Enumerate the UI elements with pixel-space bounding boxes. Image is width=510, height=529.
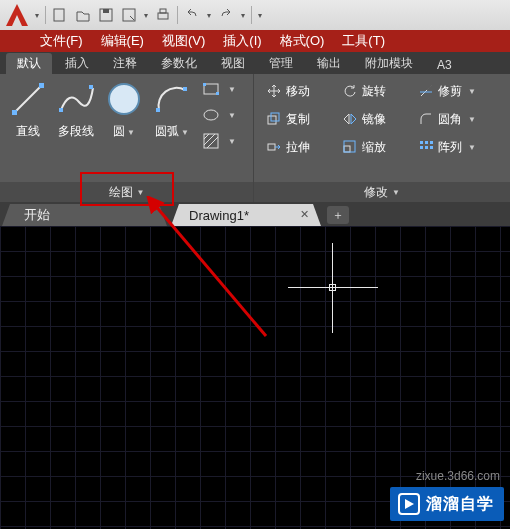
ribbon-tab-output[interactable]: 输出 [306,53,352,74]
canvas-grid [0,226,510,529]
doctab-drawing1[interactable]: Drawing1* ✕ [171,204,321,226]
menubar: 文件(F) 编辑(E) 视图(V) 插入(I) 格式(O) 工具(T) [0,30,510,52]
chevron-down-icon: ▼ [468,143,476,152]
svg-point-11 [109,84,139,114]
tool-trim[interactable]: 修剪▼ [418,83,500,100]
tool-fillet[interactable]: 圆角▼ [418,111,500,128]
trim-icon [418,83,434,99]
redo-dropdown[interactable]: ▾ [238,4,248,26]
app-logo[interactable] [3,1,31,29]
tool-array[interactable]: 阵列▼ [418,139,500,156]
svg-rect-31 [425,141,428,144]
chevron-down-icon[interactable]: ▼ [228,111,236,120]
ribbon-tab-default[interactable]: 默认 [6,53,52,74]
svg-rect-4 [158,13,168,19]
print-button[interactable] [152,4,174,26]
doctab-start[interactable]: 开始 [2,204,167,226]
redo-button[interactable] [215,4,237,26]
watermark-brand: 溜溜自学 [426,494,494,515]
panel-modify-footer[interactable]: 修改 ▼ [254,182,510,202]
quick-access-toolbar: ▾ ▾ ▾ ▾ ▾ [0,0,510,30]
svg-rect-13 [183,87,187,91]
chevron-down-icon[interactable]: ▼ [228,85,236,94]
qat-customize-dropdown[interactable]: ▾ [255,4,265,26]
svg-rect-33 [420,146,423,149]
undo-dropdown[interactable]: ▾ [204,4,214,26]
menu-tools[interactable]: 工具(T) [342,32,385,50]
tool-rotate[interactable]: 旋转 [342,83,412,100]
save-button[interactable] [95,4,117,26]
svg-rect-35 [430,146,433,149]
menu-view[interactable]: 视图(V) [162,32,205,50]
tool-polyline-label: 多段线 [58,123,94,140]
ribbon-tab-addins[interactable]: 附加模块 [354,53,424,74]
ribbon: 直线 多段线 圆▼ 圆弧▼ ▼ ▼ [0,74,510,202]
svg-rect-26 [271,113,279,121]
svg-point-17 [204,110,218,120]
tool-mirror[interactable]: 镜像 [342,111,412,128]
svg-rect-7 [12,110,17,115]
chevron-down-icon: ▼ [392,188,400,197]
new-tab-button[interactable]: ＋ [327,206,349,224]
rotate-icon [342,83,358,99]
ribbon-tab-a360[interactable]: A3 [426,56,463,74]
svg-line-19 [204,134,209,139]
ribbon-tab-annotate[interactable]: 注释 [102,53,148,74]
tool-scale[interactable]: 缩放 [342,139,412,156]
svg-rect-34 [425,146,428,149]
ribbon-tab-parametric[interactable]: 参数化 [150,53,208,74]
separator [251,6,252,24]
chevron-down-icon: ▼ [127,128,135,137]
tool-ellipse[interactable] [202,106,220,124]
svg-line-22 [421,90,427,96]
undo-button[interactable] [181,4,203,26]
fillet-icon [418,111,434,127]
drawing-canvas[interactable] [0,226,510,529]
svg-line-20 [204,134,215,145]
tool-hatch[interactable] [202,132,220,150]
copy-icon [266,111,282,127]
chevron-down-icon[interactable]: ▼ [228,137,236,146]
new-button[interactable] [49,4,71,26]
tool-copy[interactable]: 复制 [266,111,336,128]
ribbon-tab-insert[interactable]: 插入 [54,53,100,74]
saveas-button[interactable] [118,4,140,26]
ribbon-tab-manage[interactable]: 管理 [258,53,304,74]
svg-rect-15 [203,83,206,86]
svg-rect-30 [420,141,423,144]
chevron-down-icon: ▼ [468,87,476,96]
stretch-icon [266,139,282,155]
chevron-down-icon: ▼ [468,115,476,124]
save-dropdown[interactable]: ▾ [141,4,151,26]
app-menu-dropdown[interactable]: ▾ [32,4,42,26]
crosshair-pickbox [329,284,336,291]
tool-line[interactable]: 直线 [6,78,50,182]
tool-move[interactable]: 移动 [266,83,336,100]
svg-rect-10 [89,85,93,89]
svg-line-23 [427,85,432,90]
open-button[interactable] [72,4,94,26]
svg-rect-9 [59,108,63,112]
menu-file[interactable]: 文件(F) [40,32,83,50]
panel-draw-title: 绘图 [109,184,133,201]
svg-rect-18 [204,134,218,148]
panel-draw-footer[interactable]: 绘图 ▼ [0,182,253,202]
separator [177,6,178,24]
scale-icon [342,139,358,155]
tool-rectangle[interactable] [202,80,220,98]
watermark-url: zixue.3d66.com [416,469,500,483]
menu-format[interactable]: 格式(O) [280,32,325,50]
tool-polyline[interactable]: 多段线 [54,78,98,182]
svg-line-21 [207,137,218,148]
tool-circle[interactable]: 圆▼ [102,78,146,182]
array-icon [418,139,434,155]
menu-edit[interactable]: 编辑(E) [101,32,144,50]
tool-stretch[interactable]: 拉伸 [266,139,336,156]
tool-arc[interactable]: 圆弧▼ [150,78,194,182]
move-icon [266,83,282,99]
close-icon[interactable]: ✕ [300,208,309,221]
tool-circle-label: 圆▼ [113,123,135,140]
panel-draw: 直线 多段线 圆▼ 圆弧▼ ▼ ▼ [0,74,253,202]
menu-insert[interactable]: 插入(I) [223,32,261,50]
ribbon-tab-view[interactable]: 视图 [210,53,256,74]
